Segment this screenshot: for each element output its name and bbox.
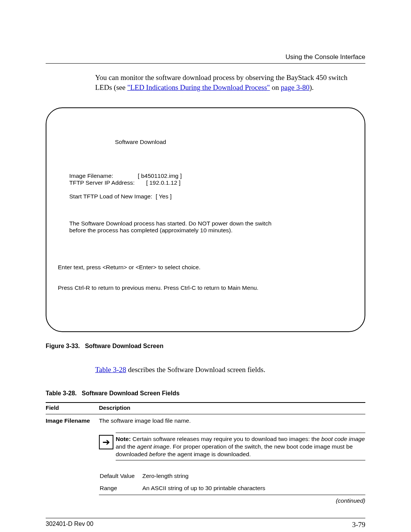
note-text: Note: Certain software releases may requ… [116, 433, 365, 460]
fields-table: Field Description Image Filename The sof… [46, 402, 365, 507]
table-row: ➔ Note: Certain software releases may re… [46, 427, 365, 507]
col-header-description: Description [99, 403, 365, 414]
console-status-message: The Software Download process has starte… [69, 220, 282, 234]
console-help-line-1: Enter text, press <Return> or <Enter> to… [58, 264, 353, 271]
note-italic: boot code image [321, 436, 365, 442]
col-header-field: Field [46, 403, 99, 414]
figure-number: Figure 3-33. [46, 343, 80, 349]
note-label: Note: [116, 436, 131, 442]
link-led-indications[interactable]: "LED Indications During the Download Pro… [127, 83, 270, 91]
page-number: 3-79 [352, 521, 365, 529]
range-value: An ASCII string of up to 30 printable ch… [142, 482, 365, 494]
cell-field-name: Image Filename [46, 414, 99, 427]
doc-revision: 302401-D Rev 00 [46, 521, 93, 529]
console-help-line-2: Press Ctrl-R to return to previous menu.… [58, 284, 353, 291]
table-caption: Table 3-28. Software Download Screen Fie… [46, 390, 365, 397]
default-value-label: Default Value [100, 470, 142, 482]
console-fields: Image Filename: [ b4501102.img ] TFTP Se… [69, 173, 353, 200]
console-title: Software Download [115, 139, 353, 145]
table-row: Image Filename The software image load f… [46, 414, 365, 427]
table-row: Default Value Zero-length string [100, 470, 365, 482]
note-block: ➔ Note: Certain software releases may re… [99, 433, 365, 460]
table-number: Table 3-28. [46, 390, 77, 396]
note-italic: agent image [137, 443, 169, 450]
table-reference-paragraph: Table 3-28 describes the Software Downlo… [95, 365, 365, 375]
default-value: Zero-length string [142, 470, 365, 482]
link-page-3-80[interactable]: page 3-80 [281, 83, 309, 91]
running-header: Using the Console Interface [46, 53, 365, 64]
table-title: Software Download Screen Fields [82, 390, 180, 396]
console-field-label: TFTP Server IP Address: [69, 179, 135, 186]
note-italic: before [149, 451, 166, 457]
table-row: Range An ASCII string of up to 30 printa… [100, 482, 365, 494]
intro-mid: on [270, 83, 281, 91]
console-field-value: [ 192.0.1.12 ] [146, 179, 181, 186]
continued-indicator: (continued) [99, 497, 365, 504]
console-screen-box: Software Download Image Filename: [ b450… [46, 107, 365, 332]
intro-paragraph: You can monitor the software download pr… [95, 73, 365, 92]
console-field-label: Start TFTP Load of New Image: [69, 193, 152, 200]
arrow-right-icon: ➔ [99, 435, 113, 449]
figure-title: Software Download Screen [85, 343, 163, 349]
console-field-value: [ b4501102.img ] [138, 173, 182, 179]
console-field-value: [ Yes ] [156, 193, 172, 200]
subproperties-table: Default Value Zero-length string Range A… [99, 470, 365, 495]
page-footer: 302401-D Rev 00 3-79 [46, 518, 365, 529]
link-table-3-28[interactable]: Table 3-28 [95, 366, 126, 374]
note-seg: Certain software releases may require yo… [131, 436, 322, 442]
figure-caption: Figure 3-33. Software Download Screen [46, 343, 365, 350]
intro-post: ). [309, 83, 314, 91]
note-seg: the agent image is downloaded. [166, 451, 251, 457]
ref-rest: describes the Software Download screen f… [126, 366, 266, 374]
cell-field-description: The software image load file name. [99, 414, 365, 427]
console-field-label: Image Filename: [69, 173, 113, 179]
note-seg: and the [116, 443, 137, 450]
range-label: Range [100, 482, 142, 494]
